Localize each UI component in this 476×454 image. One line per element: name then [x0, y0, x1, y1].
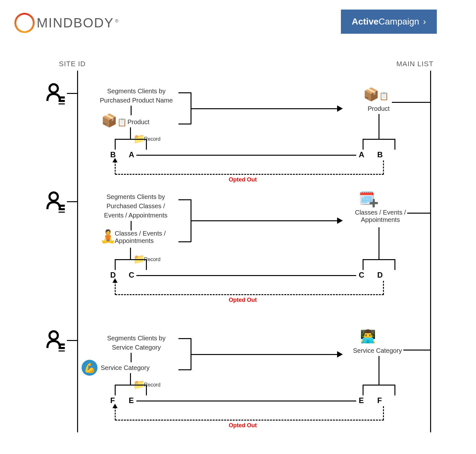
- s3-dashed: [115, 420, 384, 421]
- s3-opted-out: Opted Out: [229, 422, 257, 429]
- s3-right-down: [379, 356, 379, 385]
- s2-right-fork-r: [394, 259, 395, 270]
- s2-left-node: Classes / Events / Appointments: [115, 230, 178, 245]
- s3-letter-E-left: E: [129, 396, 134, 405]
- s3-right-fork-h: [363, 385, 395, 386]
- s2-letter-C-left: C: [129, 271, 134, 280]
- s2-right-down: [379, 227, 379, 259]
- s3-arrow-head: [337, 351, 343, 358]
- s2-node-down: [130, 248, 131, 259]
- s3-bracket-bot: [178, 369, 191, 370]
- s3-left-node: Service Category: [101, 364, 149, 372]
- svg-point-0: [49, 84, 58, 93]
- s1-branch-left: [67, 93, 77, 94]
- s3-bracket-top: [178, 338, 191, 339]
- activecampaign-badge: ActiveCampaign ›: [341, 10, 437, 34]
- s2-right-node-l1: Classes / Events /: [349, 209, 412, 216]
- s1-bracket-top: [178, 92, 191, 93]
- yoga-icon: 🧘: [100, 230, 116, 243]
- mindbody-text-bold: MIND: [37, 15, 73, 30]
- s1-letter-A-left: A: [129, 150, 134, 159]
- product-outline-icon: 📦📋: [363, 88, 389, 101]
- s1-seg-to-node: [131, 106, 132, 115]
- s1-a-to-a: [136, 155, 356, 156]
- s3-right-fork-l: [363, 385, 364, 395]
- s1-dashed: [115, 174, 384, 175]
- right-trunk-line: [430, 71, 431, 432]
- calendar-plus-icon: 🗓️➕: [359, 192, 384, 204]
- s2-arrow-shaft: [191, 220, 338, 221]
- s2-dashed: [115, 294, 384, 295]
- s2-fork-l: [115, 259, 116, 270]
- computer-worker-icon: 👨‍💻: [360, 330, 376, 343]
- s2-seg-to-node: [131, 221, 132, 231]
- s2-dashed-right-v: [383, 281, 384, 295]
- s3-branch-left: [67, 340, 77, 341]
- s1-arrow-head: [337, 105, 343, 112]
- s1-fork-l: [115, 139, 116, 150]
- s2-bracket-bot: [178, 241, 191, 242]
- s2-branch-left: [67, 201, 77, 202]
- s1-left-node: Product: [127, 118, 149, 126]
- s3-fork-r: [146, 385, 147, 395]
- s2-bracket-top: [178, 199, 191, 200]
- left-trunk-line: [77, 71, 78, 432]
- s1-right-node: Product: [368, 105, 390, 112]
- s2-seg-line3: Events / Appointments: [94, 211, 177, 220]
- mindbody-ring-icon: [14, 13, 35, 33]
- s1-fork-h: [115, 139, 147, 140]
- mindbody-wordmark: MINDBODY®: [37, 15, 119, 31]
- person-list-icon-3: [45, 329, 67, 351]
- s2-dashed-left-v: [115, 281, 116, 295]
- s2-right-node-l2: Appointments: [349, 216, 412, 223]
- mindbody-text-rest: BODY: [73, 15, 114, 30]
- person-list-icon-2: [45, 190, 67, 213]
- s3-dashed-arrow: [112, 404, 118, 408]
- s2-right-branch: [407, 213, 430, 214]
- s1-dashed-left-v: [115, 161, 116, 174]
- s2-right-node: Classes / Events / Appointments: [349, 209, 412, 223]
- s2-right-fork-h: [363, 259, 395, 260]
- s2-left-node-l2: Appointments: [115, 237, 178, 245]
- mindbody-logo: MINDBODY®: [14, 13, 119, 33]
- s3-dashed-right-v: [383, 406, 384, 420]
- svg-point-4: [49, 193, 58, 201]
- ac-text-bold: Active: [352, 17, 379, 27]
- s2-opted-out: Opted Out: [229, 297, 257, 303]
- s1-fork-r: [146, 139, 147, 150]
- s1-arrow-shaft: [191, 108, 338, 109]
- s1-right-down: [379, 114, 379, 139]
- s2-letter-C-right: C: [359, 271, 364, 280]
- s3-right-node: Service Category: [353, 347, 402, 354]
- svg-point-8: [49, 331, 58, 340]
- diagram-canvas: MINDBODY® ActiveCampaign › SITE ID MAIN …: [0, 0, 476, 454]
- s2-dashed-arrow: [112, 278, 118, 283]
- s1-opted-out: Opted Out: [229, 176, 257, 183]
- s1-right-fork-l: [363, 139, 364, 150]
- s3-arrow-shaft: [191, 354, 338, 355]
- s2-c-to-c: [136, 275, 356, 276]
- s2-fork-r: [146, 259, 147, 270]
- s3-fork-h: [115, 385, 147, 386]
- s3-e-to-e: [136, 401, 356, 401]
- s1-letter-A-right: A: [359, 150, 364, 159]
- s2-arrow-head: [337, 217, 343, 224]
- s3-seg-line2: Service Category: [95, 343, 178, 352]
- s1-right-fork-h: [363, 139, 395, 140]
- s1-right-fork-r: [394, 139, 395, 150]
- product-box-icon: 📦📋: [101, 114, 127, 127]
- s1-bracket-bot: [178, 124, 191, 124]
- ac-text-rest: Campaign: [379, 17, 419, 27]
- s1-node-down: [130, 127, 131, 139]
- s1-right-branch: [392, 102, 430, 103]
- s2-right-fork-l: [363, 259, 364, 270]
- s3-seg-line1: Segments Clients by: [95, 334, 178, 343]
- s3-right-branch: [403, 350, 430, 351]
- mindbody-registered: ®: [115, 18, 119, 24]
- s2-segment-label: Segments Clients by Purchased Classes / …: [94, 192, 177, 220]
- service-category-icon: 💪: [82, 360, 97, 376]
- s3-fork-l: [115, 385, 116, 395]
- s2-seg-line2: Purchased Classes /: [94, 202, 177, 211]
- s2-seg-line1: Segments Clients by: [94, 192, 177, 202]
- s3-segment-label: Segments Clients by Service Category: [95, 334, 178, 352]
